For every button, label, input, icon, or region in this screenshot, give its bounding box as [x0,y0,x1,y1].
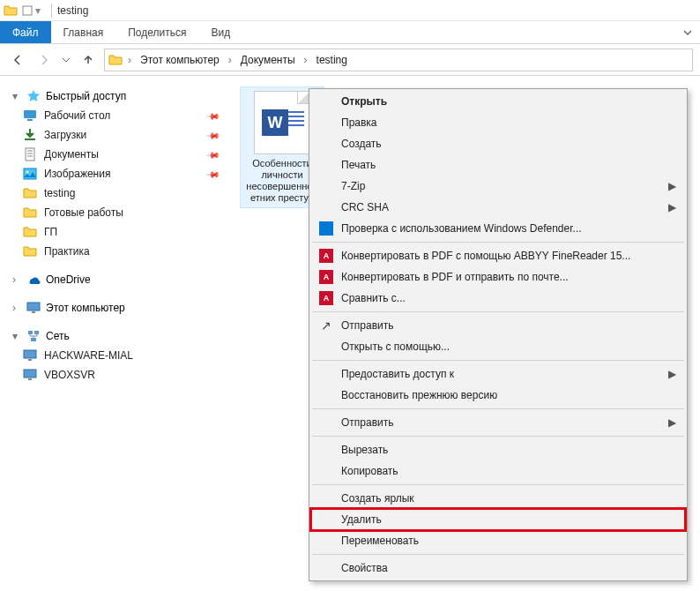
pin-icon: 📌 [206,167,220,181]
sidebar-item-gp[interactable]: ГП [5,222,224,242]
svg-rect-11 [32,311,35,313]
sidebar-computer-hackware[interactable]: HACKWARE-MIAL [5,346,224,365]
menu-send-external[interactable]: Отправить [311,315,685,336]
sidebar-item-testing[interactable]: testing [5,183,224,203]
word-icon: W [262,109,288,136]
menu-defender[interactable]: Проверка с использованием Windows Defend… [311,218,685,239]
submenu-arrow-icon: ▶ [668,180,676,192]
menu-open[interactable]: Открыть [311,91,685,112]
sidebar-network[interactable]: ▾ Сеть [5,326,224,346]
onedrive-icon [26,273,41,287]
svg-rect-12 [28,331,33,334]
svg-rect-14 [31,338,36,341]
menu-rename[interactable]: Переименовать [311,530,685,551]
menu-grant-access[interactable]: Предоставить доступ к▶ [311,363,685,385]
menu-print[interactable]: Печать [311,154,685,176]
folder-icon [23,186,37,200]
menu-restore[interactable]: Восстановить прежнюю версию [311,385,685,406]
pin-icon: 📌 [206,128,220,142]
context-menu: Открыть Правка Создать Печать 7-Zip▶ CRC… [309,88,688,581]
menu-abbyy-compare[interactable]: AСравнить с... [311,288,685,309]
submenu-arrow-icon: ▶ [668,416,676,429]
submenu-arrow-icon: ▶ [668,368,676,380]
chevron-icon[interactable]: › [126,54,133,66]
desktop-icon [23,108,37,123]
svg-rect-18 [28,378,32,380]
file-thumbnail: W [254,91,310,154]
folder-icon [23,206,37,220]
qat-item[interactable] [21,4,34,17]
menu-send-to[interactable]: Отправить▶ [311,412,685,433]
menu-separator [312,408,684,409]
share-icon [318,318,334,333]
svg-rect-3 [25,138,35,140]
folder-icon [23,244,37,258]
folder-icon [4,4,18,18]
svg-rect-2 [27,119,33,121]
tab-view[interactable]: Вид [198,21,242,43]
svg-point-9 [26,171,29,174]
breadcrumb-documents[interactable]: Документы [237,52,299,68]
sidebar-item-documents[interactable]: Документы 📌 [5,145,224,164]
menu-7zip[interactable]: 7-Zip▶ [311,176,685,197]
svg-rect-4 [26,148,34,161]
menu-separator [312,554,684,555]
menu-edit[interactable]: Правка [311,112,685,133]
pin-icon: 📌 [206,147,220,161]
sidebar-item-ready[interactable]: Готовые работы [5,203,224,222]
menu-copy[interactable]: Копировать [311,460,685,482]
nav-up[interactable] [78,49,99,71]
address-bar[interactable]: › Этот компьютер › Документы › testing [104,49,693,71]
folder-icon [108,53,123,67]
menu-open-with[interactable]: Открыть с помощью... [311,336,685,357]
tab-home[interactable]: Главная [51,21,116,43]
titlebar: ▾ testing [0,0,700,21]
menu-abbyy-send[interactable]: AКонвертировать в PDF и отправить по поч… [311,266,685,288]
breadcrumb-folder[interactable]: testing [313,52,351,68]
sidebar-item-downloads[interactable]: Загрузки 📌 [5,125,224,145]
downloads-icon [23,128,37,142]
sidebar-item-desktop[interactable]: Рабочий стол 📌 [5,106,224,125]
menu-create[interactable]: Создать [311,133,685,154]
ribbon-expand[interactable] [675,21,700,43]
menu-crcsha[interactable]: CRC SHA▶ [311,197,685,218]
pc-icon [23,348,37,363]
breadcrumb-root[interactable]: Этот компьютер [137,52,223,68]
menu-cut[interactable]: Вырезать [311,439,685,460]
menu-delete[interactable]: Удалить [311,509,685,530]
menu-properties[interactable]: Свойства [311,557,685,579]
sidebar-item-practice[interactable]: Практика [5,242,224,261]
sidebar-item-pictures[interactable]: Изображения 📌 [5,164,224,183]
menu-shortcut[interactable]: Создать ярлык [311,488,685,509]
svg-rect-15 [24,350,36,358]
window-title: testing [57,4,88,17]
qat-dropdown[interactable]: ▾ [35,4,41,17]
navbar: › Этот компьютер › Документы › testing [0,44,700,76]
menu-abbyy-convert[interactable]: AКонвертировать в PDF с помощью ABBYY Fi… [311,245,685,266]
abbyy-icon: A [318,248,334,264]
nav-forward[interactable] [34,49,55,71]
ribbon-tabs: Файл Главная Поделиться Вид [0,21,700,44]
svg-rect-1 [24,110,36,118]
svg-rect-16 [28,359,32,361]
menu-separator [312,242,684,243]
documents-icon [23,147,37,161]
tab-share[interactable]: Поделиться [115,21,198,43]
sidebar-onedrive[interactable]: › OneDrive [5,270,224,289]
star-icon [26,89,41,103]
chevron-icon[interactable]: › [227,54,234,66]
menu-separator [312,436,684,437]
sidebar-this-pc[interactable]: › Этот компьютер [5,298,224,318]
sidebar-quick-access[interactable]: ▾ Быстрый доступ [5,86,224,106]
submenu-arrow-icon: ▶ [668,201,676,213]
chevron-icon[interactable]: › [302,54,309,66]
sidebar-computer-vboxsvr[interactable]: VBOXSVR [5,365,224,385]
nav-recent[interactable] [60,49,72,71]
svg-rect-0 [23,6,32,15]
nav-back[interactable] [7,49,28,71]
svg-rect-8 [24,168,36,179]
menu-separator [312,360,684,361]
tab-file[interactable]: Файл [0,21,51,43]
pin-icon: 📌 [206,108,220,123]
sidebar: ▾ Быстрый доступ Рабочий стол 📌 Загрузки… [0,76,229,591]
